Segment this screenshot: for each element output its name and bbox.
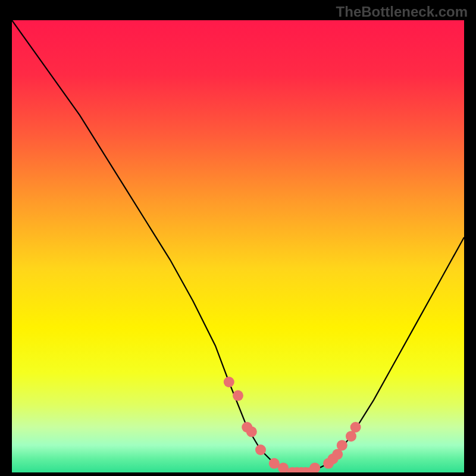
highlight-dot: [233, 390, 243, 401]
highlight-dot: [255, 444, 266, 455]
bottleneck-curve: [12, 20, 464, 472]
highlight-dot: [224, 377, 234, 387]
chart-frame: [12, 20, 464, 472]
highlight-dot: [309, 462, 320, 472]
highlight-dot: [337, 440, 347, 450]
highlight-dot: [350, 422, 361, 433]
watermark-text: TheBottleneck.com: [336, 4, 468, 20]
highlight-dot: [246, 427, 257, 437]
